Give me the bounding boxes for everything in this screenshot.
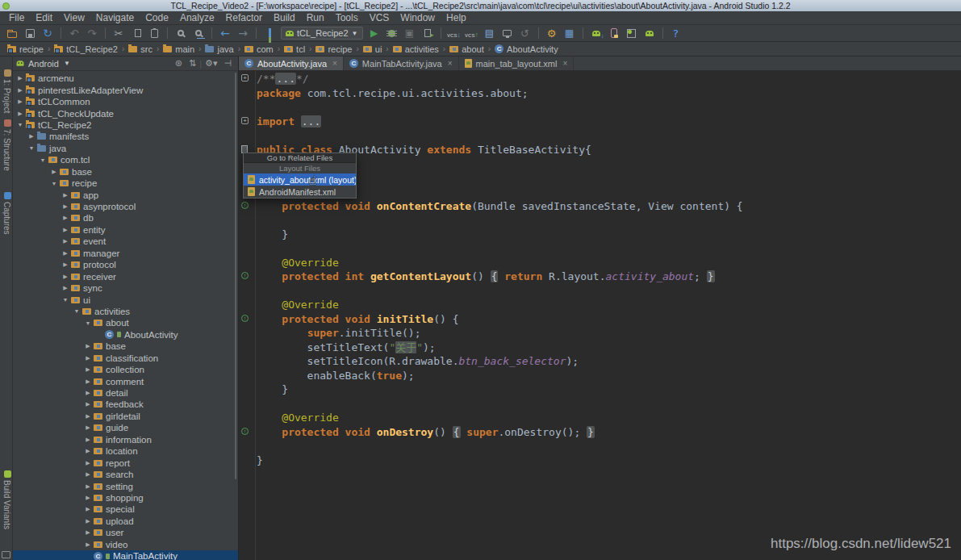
locate-icon[interactable]: ⊛ — [172, 58, 186, 69]
tree-item-information[interactable]: ▶information — [13, 434, 238, 445]
breadcrumb-tcl-recipe2[interactable]: tCL_Recipe2 — [52, 44, 120, 54]
code-text[interactable]: /**...*/package com.tcl.recipe.ui.activi… — [257, 71, 961, 560]
tree-item-detail[interactable]: ▶detail — [13, 387, 238, 399]
popup-item-activity-about-xml-layout-[interactable]: activity_about.xml (layout) — [244, 173, 356, 186]
tree-item-search[interactable]: ▶search — [13, 469, 238, 480]
menu-analyze[interactable]: Analyze — [174, 12, 220, 23]
tree-item-ui[interactable]: ▼ui — [13, 294, 238, 305]
breadcrumb-main[interactable]: main — [161, 44, 197, 54]
project-scrollbar[interactable] — [235, 73, 236, 479]
vcs-update-button[interactable]: VCS↓ — [445, 26, 463, 40]
tree-item-user[interactable]: ▶user — [13, 527, 238, 538]
tree-item-tcl-checkupdate[interactable]: ▶tCL_CheckUpdate — [13, 107, 238, 119]
show-changes-button[interactable] — [499, 26, 516, 40]
gradle-sync-button[interactable] — [623, 26, 641, 40]
menu-tools[interactable]: Tools — [330, 12, 364, 23]
collapse-all-icon[interactable]: ⇅ — [186, 58, 199, 69]
tree-item-girldetail[interactable]: ▶girldetail — [13, 411, 238, 422]
override-method-icon[interactable]: ↑ — [241, 315, 249, 322]
close-tab-icon[interactable]: × — [332, 59, 337, 68]
tree-item-base[interactable]: ▶base — [13, 341, 238, 352]
tree-item-guide[interactable]: ▶guide — [13, 422, 238, 433]
stripe-item-build-variants[interactable]: Build Variants — [0, 470, 13, 529]
android-monitor-button[interactable] — [641, 26, 658, 40]
rollback-button[interactable]: ↺ — [516, 26, 534, 40]
tab-maintabactivity-java[interactable]: CMainTabActivity.java× — [344, 56, 459, 70]
attach-debugger-button[interactable] — [419, 26, 437, 40]
tree-item-tcl-recipe2[interactable]: ▼tCL_Recipe2 — [13, 119, 238, 131]
project-structure-button[interactable]: ▦ — [561, 26, 579, 40]
tree-item-upload[interactable]: ▶upload — [13, 516, 238, 527]
paste-button[interactable] — [145, 26, 163, 40]
tree-item-about[interactable]: ▼about — [13, 317, 238, 328]
breadcrumb-recipe[interactable]: recipe — [5, 44, 46, 54]
hide-panel-icon[interactable]: ⊣ — [220, 58, 235, 69]
tree-item-manifests[interactable]: ▶manifests — [13, 131, 238, 142]
tree-item-special[interactable]: ▶special — [13, 504, 238, 515]
menu-view[interactable]: View — [58, 12, 90, 23]
tree-item-base[interactable]: ▶base — [13, 166, 238, 178]
breadcrumb-tcl[interactable]: tcl — [282, 44, 307, 54]
tree-item-report[interactable]: ▶report — [13, 457, 238, 468]
menu-build[interactable]: Build — [268, 12, 301, 23]
toggle-toolwindows-icon[interactable] — [2, 551, 10, 558]
tree-item-aboutactivity[interactable]: CAboutActivity — [13, 329, 238, 341]
stripe-item-1-project[interactable]: 1: Project — [0, 69, 13, 113]
copy-button[interactable] — [127, 26, 145, 40]
menu-help[interactable]: Help — [441, 12, 472, 23]
save-all-button[interactable] — [21, 26, 39, 40]
redo-button[interactable]: ↷ — [83, 26, 101, 40]
breadcrumb-about[interactable]: about — [447, 44, 487, 54]
tab-main-tab-layout-xml[interactable]: main_tab_layout.xml× — [459, 56, 575, 70]
override-method-icon[interactable]: ↑ — [241, 428, 249, 435]
gear-icon[interactable]: ⚙▾ — [202, 58, 220, 69]
tree-item-asynprotocol[interactable]: ▶asynprotocol — [13, 201, 238, 212]
menu-edit[interactable]: Edit — [30, 12, 58, 23]
navigate-back-button[interactable]: ← — [216, 26, 234, 40]
tree-item-arcmenu[interactable]: ▶arcmenu — [13, 73, 238, 84]
view-columns-button[interactable] — [261, 26, 278, 40]
sdk-manager-button[interactable] — [587, 26, 605, 40]
tree-item-sync[interactable]: ▶sync — [13, 282, 238, 294]
menu-file[interactable]: File — [3, 12, 30, 23]
menu-run[interactable]: Run — [301, 12, 330, 23]
tree-item-feedback[interactable]: ▶feedback — [13, 399, 238, 410]
stripe-item-7-structure[interactable]: 7: Structure — [0, 119, 13, 171]
popup-item-androidmanifest-xml[interactable]: AndroidManifest.xml — [244, 186, 356, 198]
tree-item-protocol[interactable]: ▶protocol — [13, 259, 238, 270]
related-file-icon[interactable] — [241, 145, 248, 153]
editor-area[interactable]: CAboutActivity.java×CMainTabActivity.jav… — [239, 56, 961, 560]
tab-aboutactivity-java[interactable]: CAboutActivity.java× — [239, 56, 344, 70]
menu-refactor[interactable]: Refactor — [220, 12, 268, 23]
breadcrumb-java[interactable]: java — [203, 44, 236, 54]
tree-item-maintabactivity[interactable]: CMainTabActivity — [13, 550, 238, 560]
run-coverage-button[interactable]: ▣ — [401, 26, 419, 40]
tree-item-location[interactable]: ▶location — [13, 445, 238, 457]
run-configuration-selector[interactable]: tCL_Recipe2▼ — [281, 27, 363, 40]
breadcrumb-aboutactivity[interactable]: CAboutActivity — [492, 44, 561, 54]
settings-button[interactable]: ⚙ — [543, 26, 561, 40]
run-button[interactable]: ▶ — [366, 26, 383, 40]
override-method-icon[interactable]: ↑ — [241, 272, 249, 279]
override-method-icon[interactable]: ↑ — [241, 202, 249, 209]
help-button[interactable]: ? — [667, 26, 685, 40]
tree-item-entity[interactable]: ▶entity — [13, 224, 238, 236]
stripe-item-captures[interactable]: Captures — [0, 192, 13, 235]
project-view-selector[interactable]: Android — [28, 59, 59, 69]
tree-item-pinterestlikeadapterview[interactable]: ▶pinterestLikeAdapterView — [13, 84, 238, 95]
tree-item-app[interactable]: ▶app — [13, 189, 238, 200]
menu-code[interactable]: Code — [140, 12, 174, 23]
breadcrumb-activities[interactable]: activities — [391, 44, 441, 54]
tree-item-java[interactable]: ▼java — [13, 143, 238, 154]
shelve-changes-button[interactable]: ▤ — [481, 26, 499, 40]
tree-item-recipe[interactable]: ▼recipe — [13, 178, 238, 189]
tree-item-receiver[interactable]: ▶receiver — [13, 270, 238, 282]
menu-navigate[interactable]: Navigate — [90, 12, 140, 23]
cut-button[interactable]: ✂ — [110, 26, 127, 40]
tree-item-collection[interactable]: ▶collection — [13, 364, 238, 375]
close-tab-icon[interactable]: × — [448, 59, 453, 68]
tree-item-classification[interactable]: ▶classification — [13, 353, 238, 364]
find-in-path-button[interactable] — [190, 26, 207, 40]
breadcrumb-recipe[interactable]: recipe — [313, 44, 354, 54]
tree-item-tclcommon[interactable]: ▶tCLCommon — [13, 96, 238, 107]
